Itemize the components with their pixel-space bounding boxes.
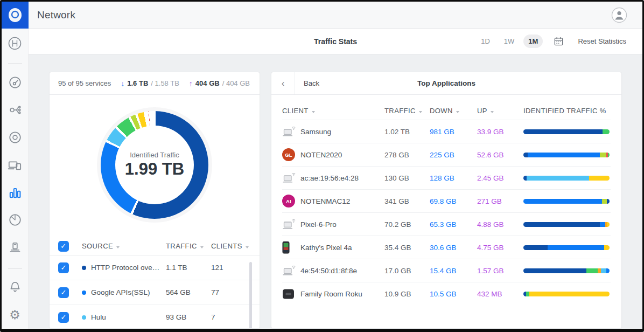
down-column-header[interactable]: DOWN bbox=[430, 107, 477, 115]
sidebar-item-dashboard[interactable] bbox=[2, 70, 29, 98]
source-traffic: 93 GB bbox=[166, 313, 211, 321]
identified-traffic-donut[interactable]: Identified Traffic 1.99 TB bbox=[101, 111, 208, 219]
chevron-down-icon bbox=[456, 111, 459, 113]
topbar: Network bbox=[2, 2, 642, 29]
source-traffic: 564 GB bbox=[166, 288, 211, 296]
client-row[interactable]: GL NOTEN2020 278 GB 225 GB 52.6 GB bbox=[282, 143, 611, 166]
series-color-dot bbox=[82, 290, 86, 295]
content: 95 of 95 services ↓ 1.6 TB / 1.58 TB ↑ 4… bbox=[29, 54, 642, 329]
app-window: Network ⚙ Traffic Stats 1D1W1M bbox=[0, 0, 644, 332]
row-checkbox[interactable]: ✓ bbox=[58, 287, 69, 298]
dashboard-icon bbox=[8, 75, 22, 92]
page-title: Traffic Stats bbox=[314, 37, 357, 46]
download-arrow-icon: ↓ bbox=[121, 79, 124, 88]
client-traffic: 70.2 GB bbox=[384, 220, 430, 229]
sidebar-divider bbox=[2, 58, 29, 70]
traffic-column-header[interactable]: TRAFFIC bbox=[384, 107, 430, 115]
identified-traffic-bar bbox=[523, 222, 610, 227]
series-color-dot bbox=[82, 266, 86, 270]
back-button[interactable]: Back bbox=[304, 79, 319, 87]
sidebar-item-settings[interactable]: ⚙ bbox=[2, 301, 29, 329]
sources-table: ✓ SOURCE TRAFFIC CLIENTS ✓ HTTP Protocol… bbox=[50, 237, 260, 329]
scrollbar-thumb[interactable] bbox=[249, 262, 252, 329]
client-name: Samsung bbox=[300, 128, 384, 136]
sidebar-item-topology[interactable] bbox=[2, 98, 29, 125]
client-traffic: 35.4 GB bbox=[384, 244, 430, 252]
identified-traffic-bar bbox=[523, 268, 610, 273]
notifications-icon bbox=[8, 280, 22, 296]
identified-traffic-bar bbox=[523, 153, 610, 157]
services-panel: 95 of 95 services ↓ 1.6 TB / 1.58 TB ↑ 4… bbox=[49, 72, 260, 329]
back-chevron-button[interactable]: ‹ bbox=[271, 72, 295, 94]
source-column-header[interactable]: SOURCE bbox=[82, 242, 166, 250]
source-clients: 121 bbox=[211, 264, 251, 272]
source-name: HTTP Protocol ove… bbox=[91, 264, 159, 272]
client-row[interactable]: Pixel-6-Pro 70.2 GB 65.3 GB 4.88 GB bbox=[282, 212, 611, 236]
client-down: 15.4 GB bbox=[430, 267, 477, 275]
chevron-down-icon bbox=[491, 111, 494, 113]
client-row[interactable]: ac:ae:19:56:e4:28 130 GB 128 GB 2.45 GB bbox=[282, 166, 611, 189]
sidebar-item-clients[interactable] bbox=[2, 153, 29, 180]
unifi-logo[interactable] bbox=[2, 2, 29, 29]
sidebar-item-insights[interactable] bbox=[2, 207, 29, 234]
user-avatar[interactable] bbox=[611, 7, 627, 23]
client-row[interactable]: AI NOTENMAC12 341 GB 69.8 GB 271 GB bbox=[282, 189, 611, 212]
upload-total: ↑ 404 GB / 404 GB bbox=[189, 79, 250, 88]
client-row[interactable]: Samsung 1.02 TB 981 GB 33.9 GB bbox=[282, 120, 611, 143]
unifi-ap-icon bbox=[6, 6, 24, 24]
donut-label: Identified Traffic bbox=[130, 151, 179, 159]
source-row[interactable]: ✓ Hulu 93 GB 7 bbox=[50, 305, 260, 329]
source-clients: 7 bbox=[211, 313, 251, 321]
phone-icon bbox=[282, 241, 300, 254]
up-column-header[interactable]: UP bbox=[477, 107, 523, 115]
reset-statistics-button[interactable]: Reset Statistics bbox=[578, 37, 626, 45]
home-icon bbox=[8, 36, 22, 53]
row-checkbox[interactable]: ✓ bbox=[58, 312, 69, 323]
source-row[interactable]: ✓ Google APIs(SSL) 564 GB 77 bbox=[50, 280, 260, 305]
client-traffic: 130 GB bbox=[384, 174, 430, 182]
clients-column-header[interactable]: CLIENTS bbox=[211, 242, 251, 250]
app-title: Network bbox=[37, 9, 75, 21]
settings-icon: ⚙ bbox=[9, 309, 20, 321]
traffic-column-header[interactable]: TRAFFIC bbox=[166, 242, 211, 250]
client-up: 4.75 GB bbox=[477, 244, 523, 252]
client-traffic: 278 GB bbox=[384, 151, 430, 159]
chevron-down-icon bbox=[200, 246, 204, 248]
client-up: 33.9 GB bbox=[477, 128, 523, 136]
sidebar-item-notifications[interactable] bbox=[2, 274, 29, 301]
client-device-icon: GL bbox=[282, 148, 300, 161]
client-down: 225 GB bbox=[430, 151, 477, 159]
chevron-down-icon bbox=[312, 111, 315, 113]
client-row[interactable]: Family Room Roku 10.9 GB 10.5 GB 432 MB bbox=[282, 282, 611, 305]
range-button-1w[interactable]: 1W bbox=[499, 34, 520, 48]
identified-traffic-bar bbox=[523, 176, 610, 181]
client-up: 1.57 GB bbox=[477, 267, 523, 275]
services-summary: 95 of 95 services ↓ 1.6 TB / 1.58 TB ↑ 4… bbox=[50, 72, 260, 95]
client-row[interactable]: Kathy's Pixel 4a 35.4 GB 30.6 GB 4.75 GB bbox=[282, 236, 611, 259]
top-applications-panel: ‹ Back Top Applications CLIENT TRAFFIC D… bbox=[271, 72, 622, 329]
sidebar-item-statistics[interactable] bbox=[2, 179, 29, 207]
sidebar-item-devices[interactable] bbox=[2, 125, 29, 153]
client-column-header[interactable]: CLIENT bbox=[282, 107, 384, 115]
services-count: 95 of 95 services bbox=[58, 79, 111, 87]
sidebar-item-home[interactable] bbox=[2, 31, 29, 58]
identified-traffic-column-header[interactable]: IDENTIFIED TRAFFIC % bbox=[523, 107, 611, 115]
client-name: NOTENMAC12 bbox=[300, 197, 384, 205]
client-name: ac:ae:19:56:e4:28 bbox=[300, 174, 384, 182]
select-all-checkbox[interactable]: ✓ bbox=[58, 241, 69, 252]
client-up: 432 MB bbox=[477, 290, 523, 298]
row-checkbox[interactable]: ✓ bbox=[58, 262, 69, 273]
laptop-icon bbox=[282, 264, 300, 277]
range-button-1m[interactable]: 1M bbox=[523, 34, 543, 48]
statistics-icon bbox=[8, 185, 22, 202]
range-button-1d[interactable]: 1D bbox=[476, 34, 495, 48]
source-row[interactable]: ✓ HTTP Protocol ove… 1.1 TB 121 bbox=[50, 255, 260, 280]
client-row[interactable]: 4e:54:50:d1:8f:8e 17.0 GB 15.4 GB 1.57 G… bbox=[282, 259, 611, 282]
client-badge-icon: AI bbox=[282, 195, 295, 208]
sidebar-item-hotspot[interactable] bbox=[2, 234, 29, 262]
upload-arrow-icon: ↑ bbox=[189, 79, 193, 88]
client-up: 4.88 GB bbox=[477, 220, 523, 229]
clients-table: CLIENT TRAFFIC DOWN UP IDENTIFIED TRAFFI… bbox=[271, 101, 621, 305]
calendar-icon[interactable] bbox=[554, 36, 564, 46]
donut-value: 1.99 TB bbox=[125, 160, 184, 179]
